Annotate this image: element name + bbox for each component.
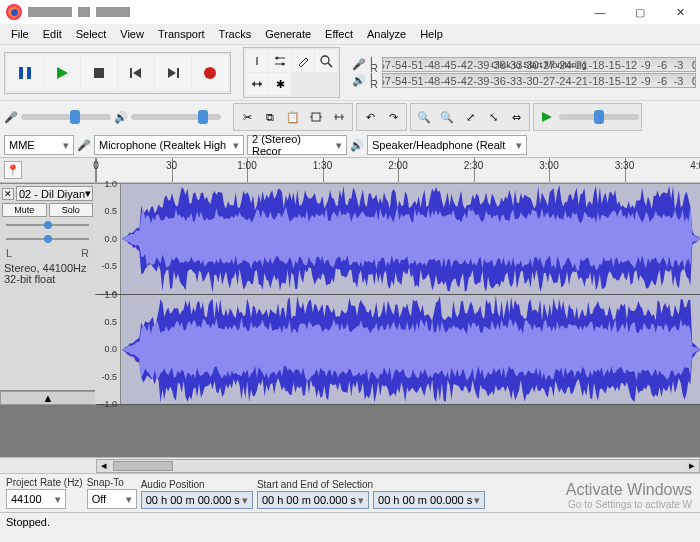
recording-volume-slider[interactable] xyxy=(21,114,111,120)
paste-button[interactable]: 📋 xyxy=(282,106,304,128)
project-rate-select[interactable]: 44100▾ xyxy=(6,489,66,509)
undo-button[interactable]: ↶ xyxy=(359,106,381,128)
recording-meter[interactable]: 🎤 LR Click to Start Monitoring -57-54-51… xyxy=(352,57,696,72)
window-minimize[interactable]: — xyxy=(580,0,620,24)
play-at-speed-button[interactable] xyxy=(536,106,558,128)
scroll-right-button[interactable]: ▸ xyxy=(685,460,699,472)
titlebar: — ▢ ✕ xyxy=(0,0,700,24)
tracks-area: ✕ 02 - Dil Diyan▾ Mute Solo LR Stereo, 4… xyxy=(0,183,700,405)
audio-host-select[interactable]: MME▾ xyxy=(4,135,74,155)
selection-toolbar: Project Rate (Hz) 44100▾ Snap-To Off▾ Au… xyxy=(0,473,700,512)
menu-generate[interactable]: Generate xyxy=(258,26,318,42)
track-info: Stereo, 44100Hz 32-bit float xyxy=(2,261,93,287)
playback-volume-slider[interactable] xyxy=(131,114,221,120)
window-close[interactable]: ✕ xyxy=(660,0,700,24)
recording-device-label: Microphone (Realtek High xyxy=(99,139,226,151)
recording-device-select[interactable]: Microphone (Realtek High▾ xyxy=(94,135,244,155)
amplitude-scale-right: 1.00.50.0-0.5-1.0 xyxy=(95,295,121,405)
timeshift-tool[interactable] xyxy=(246,73,268,95)
svg-rect-16 xyxy=(312,113,320,121)
empty-track-area[interactable] xyxy=(0,405,700,457)
microphone-icon: 🎤 xyxy=(352,58,366,71)
menu-file[interactable]: File xyxy=(4,26,36,42)
spk-device-icon: 🔊 xyxy=(350,139,364,152)
menu-transport[interactable]: Transport xyxy=(151,26,212,42)
solo-button[interactable]: Solo xyxy=(49,203,94,217)
scroll-left-button[interactable]: ◂ xyxy=(97,460,111,472)
pan-slider[interactable] xyxy=(6,235,89,243)
selection-end-field[interactable]: 00 h 00 m 00.000 s▾ xyxy=(373,491,485,509)
pin-timeline-button[interactable]: 📍 xyxy=(4,161,22,179)
track-close-button[interactable]: ✕ xyxy=(2,188,14,200)
track-title: 02 - Dil Diyan xyxy=(19,188,85,200)
activate-windows-watermark: Activate Windows Go to Settings to activ… xyxy=(566,481,692,510)
meter-lr-labels-2: LR xyxy=(370,74,378,88)
menu-analyze[interactable]: Analyze xyxy=(360,26,413,42)
project-rate-label: Project Rate (Hz) xyxy=(6,477,83,488)
menu-select[interactable]: Select xyxy=(69,26,114,42)
horizontal-scrollbar[interactable]: ◂ ▸ xyxy=(96,459,700,473)
silence-button[interactable] xyxy=(328,106,350,128)
redo-button[interactable]: ↷ xyxy=(382,106,404,128)
draw-tool[interactable] xyxy=(292,50,314,72)
stop-button[interactable] xyxy=(81,55,117,91)
waveform-right-channel[interactable]: 1.00.50.0-0.5-1.0 xyxy=(96,295,700,406)
scroll-thumb[interactable] xyxy=(113,461,173,471)
app-icon xyxy=(6,4,22,20)
menu-view[interactable]: View xyxy=(113,26,151,42)
waveform-left-channel[interactable]: 1.00.50.0-0.5-1.0 xyxy=(96,184,700,295)
multi-tool[interactable]: ✱ xyxy=(269,73,291,95)
audio-position-field[interactable]: 00 h 00 m 00.000 s▾ xyxy=(141,491,253,509)
mute-button[interactable]: Mute xyxy=(2,203,47,217)
envelope-tool[interactable] xyxy=(269,50,291,72)
trim-button[interactable] xyxy=(305,106,327,128)
svg-point-9 xyxy=(276,57,279,60)
tools-toolbar: I ✱ xyxy=(243,47,340,98)
svg-rect-0 xyxy=(19,67,23,79)
undo-toolbar: ↶ ↷ xyxy=(356,103,407,131)
snap-to-select[interactable]: Off▾ xyxy=(87,489,137,509)
track-menu-button[interactable]: 02 - Dil Diyan▾ xyxy=(16,186,93,201)
fit-selection-button[interactable]: ⤢ xyxy=(459,106,481,128)
snap-value: Off xyxy=(92,493,106,505)
skip-start-button[interactable] xyxy=(118,55,154,91)
selection-start-field[interactable]: 00 h 00 m 00.000 s▾ xyxy=(257,491,369,509)
title-redacted-3 xyxy=(96,7,130,17)
recording-channels-select[interactable]: 2 (Stereo) Recor▾ xyxy=(247,135,347,155)
gain-slider[interactable] xyxy=(6,221,89,229)
zoom-out-button[interactable]: 🔍 xyxy=(436,106,458,128)
timeline-head: 📍 xyxy=(0,158,96,182)
audio-position-label: Audio Position xyxy=(141,479,253,490)
svg-marker-2 xyxy=(57,67,68,79)
timeline-canvas[interactable]: 0301:001:302:002:303:003:304:00 xyxy=(96,158,700,182)
title-redacted-2 xyxy=(78,7,90,17)
zoom-toggle-button[interactable]: ⇔ xyxy=(505,106,527,128)
track-collapse-button[interactable]: ▲ xyxy=(0,391,96,405)
zoom-tool[interactable] xyxy=(315,50,337,72)
transport-toolbar xyxy=(4,52,231,94)
playback-device-select[interactable]: Speaker/Headphone (Realt▾ xyxy=(367,135,527,155)
menu-edit[interactable]: Edit xyxy=(36,26,69,42)
playback-meter[interactable]: 🔊 LR -57-54-51-48-45-42-39-36-33-30-27-2… xyxy=(352,73,696,88)
recording-meter-bar[interactable]: Click to Start Monitoring -57-54-51-48-4… xyxy=(382,57,696,72)
selection-tool[interactable]: I xyxy=(246,50,268,72)
zoom-in-button[interactable]: 🔍 xyxy=(413,106,435,128)
record-button[interactable] xyxy=(192,55,228,91)
svg-marker-5 xyxy=(133,68,141,78)
speaker-icon: 🔊 xyxy=(352,74,366,87)
menu-help[interactable]: Help xyxy=(413,26,450,42)
svg-marker-6 xyxy=(168,68,176,78)
playback-speed-slider[interactable] xyxy=(559,114,639,120)
fit-project-button[interactable]: ⤡ xyxy=(482,106,504,128)
menu-effect[interactable]: Effect xyxy=(318,26,360,42)
play-button[interactable] xyxy=(44,55,80,91)
copy-button[interactable]: ⧉ xyxy=(259,106,281,128)
selection-label: Start and End of Selection xyxy=(257,479,485,490)
menu-tracks[interactable]: Tracks xyxy=(212,26,259,42)
skip-end-button[interactable] xyxy=(155,55,191,91)
playback-meter-bar[interactable]: -57-54-51-48-45-42-39-36-33-30-27-24-21-… xyxy=(382,73,696,88)
title-redacted-1 xyxy=(28,7,72,17)
cut-button[interactable]: ✂ xyxy=(236,106,258,128)
window-maximize[interactable]: ▢ xyxy=(620,0,660,24)
pause-button[interactable] xyxy=(7,55,43,91)
